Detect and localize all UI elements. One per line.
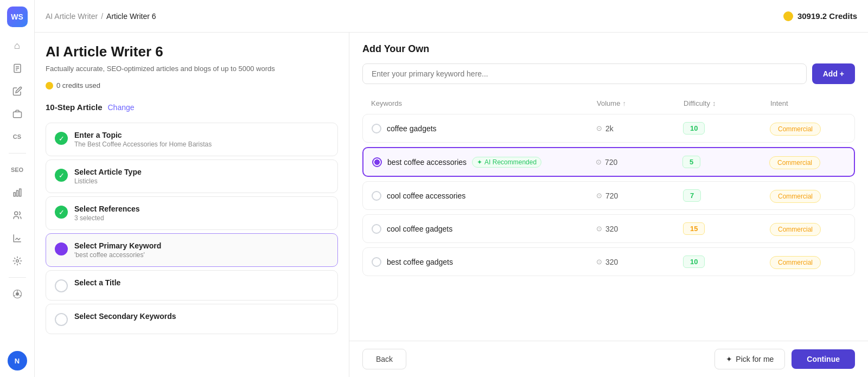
section-title: Add Your Own [362, 43, 855, 55]
keyword-row-coffee-gadgets[interactable]: coffee gadgets ⊙ 2k 10 Commercial [362, 114, 855, 143]
add-button[interactable]: Add + [812, 63, 855, 84]
step-6-content: Select Secondary Keywords [74, 312, 176, 322]
kw-name-cell-2: best coffee accessories ✦ AI Recommended [372, 157, 596, 168]
kw-intent-2: Commercial [769, 157, 845, 167]
keyword-row-cool-coffee-gadgets[interactable]: cool coffee gadgets ⊙ 320 15 Commercial [362, 214, 855, 243]
credits-used-label: 0 credits used [56, 81, 100, 90]
step-5-content: Select a Title [74, 278, 120, 288]
step-1-title: Enter a Topic [74, 131, 212, 139]
diff-badge-5: 10 [683, 255, 705, 268]
step-2-subtitle: Listicles [74, 177, 142, 185]
step-6-icon [55, 313, 68, 326]
volume-icon-2: ⊙ [596, 158, 602, 166]
volume-icon-5: ⊙ [596, 258, 602, 266]
diff-badge-2: 5 [682, 156, 700, 168]
user-avatar[interactable]: N [8, 351, 27, 370]
kw-difficulty-5: 10 [683, 255, 770, 268]
col-volume: Volume ↑ [597, 99, 684, 107]
pick-sparkle-icon: ✦ [726, 355, 732, 363]
step-3-subtitle: 3 selected [74, 214, 140, 222]
briefcase-icon[interactable] [8, 104, 27, 124]
integrations-icon[interactable] [8, 251, 27, 271]
app-logo[interactable]: WS [7, 7, 28, 27]
step-select-references[interactable]: ✓ Select References 3 selected [46, 196, 338, 230]
seo-icon[interactable]: SEO [8, 160, 27, 180]
keyword-row-cool-coffee-accessories[interactable]: cool coffee accessories ⊙ 720 7 Commerci… [362, 181, 855, 210]
svg-point-11 [16, 292, 19, 296]
users-icon[interactable] [8, 206, 27, 225]
home-icon[interactable]: ⌂ [8, 36, 27, 55]
bottom-bar: Back ✦ Pick for me Continue [349, 341, 868, 377]
ai-recommended-badge: ✦ AI Recommended [472, 157, 541, 168]
chrome-icon[interactable] [8, 284, 27, 304]
step-1-check: ✓ [55, 132, 68, 145]
intent-badge-1: Commercial [770, 123, 821, 136]
app-subtitle: Factually accurate, SEO-optimized articl… [46, 65, 338, 73]
step-article-type[interactable]: ✓ Select Article Type Listicles [46, 159, 338, 193]
continue-button[interactable]: Continue [792, 349, 855, 369]
credits-icon [783, 11, 793, 21]
step-primary-keyword[interactable]: Select Primary Keyword 'best coffee acce… [46, 233, 338, 267]
col-intent: Intent [770, 99, 846, 107]
kw-intent-3: Commercial [770, 191, 846, 201]
step-3-title: Select References [74, 205, 140, 213]
kw-volume-4: ⊙ 320 [596, 225, 683, 233]
kw-radio-2[interactable] [372, 157, 382, 167]
keyword-input[interactable] [362, 63, 807, 84]
kw-intent-1: Commercial [770, 124, 846, 133]
back-button[interactable]: Back [362, 349, 406, 369]
left-panel: AI Article Writer 6 Factually accurate, … [35, 33, 349, 377]
kw-volume-2: ⊙ 720 [596, 158, 682, 167]
col-keywords: Keywords [371, 99, 597, 107]
breadcrumb-link[interactable]: AI Article Writer [46, 12, 98, 21]
right-panel-content: Add Your Own Add + Keywords Volume ↑ Dif… [349, 33, 868, 341]
kw-radio-5[interactable] [372, 257, 381, 267]
cs-icon[interactable]: CS [8, 127, 27, 146]
keyword-row-best-coffee-gadgets[interactable]: best coffee gadgets ⊙ 320 10 Commercial [362, 247, 855, 276]
step-1-subtitle: The Best Coffee Accessories for Home Bar… [74, 140, 212, 148]
intent-badge-5: Commercial [770, 256, 821, 269]
step-6-circle [55, 313, 68, 326]
ai-sparkle-icon: ✦ [477, 158, 482, 166]
kw-name-5: best coffee gadgets [387, 258, 453, 266]
keyword-row-best-coffee-accessories[interactable]: best coffee accessories ✦ AI Recommended… [362, 147, 855, 177]
divider-1 [9, 153, 26, 154]
svg-point-8 [14, 212, 17, 215]
step-4-title: Select Primary Keyword [74, 241, 161, 250]
edit-icon[interactable] [8, 81, 27, 101]
kw-radio-3[interactable] [372, 191, 381, 201]
step-2-content: Select Article Type Listicles [74, 168, 142, 185]
step-2-title: Select Article Type [74, 168, 142, 176]
kw-radio-1[interactable] [372, 124, 381, 133]
bar-chart-icon[interactable] [8, 183, 27, 202]
main-area: AI Article Writer / Article Writer 6 309… [35, 0, 868, 377]
kw-name-cell-5: best coffee gadgets [372, 257, 596, 267]
change-link[interactable]: Change [107, 103, 134, 112]
credits-used-row: 0 credits used [46, 81, 338, 90]
svg-rect-5 [14, 193, 15, 196]
diff-badge-4: 15 [683, 222, 705, 235]
intent-badge-4: Commercial [770, 223, 821, 236]
pick-for-me-button[interactable]: ✦ Pick for me [714, 349, 785, 369]
step-enter-topic[interactable]: ✓ Enter a Topic The Best Coffee Accessor… [46, 123, 338, 156]
kw-name-cell-3: cool coffee accessories [372, 191, 596, 201]
kw-volume-5: ⊙ 320 [596, 258, 683, 266]
kw-difficulty-2: 5 [682, 156, 769, 168]
kw-volume-3: ⊙ 720 [596, 191, 683, 200]
step-5-icon [55, 279, 68, 292]
divider-2 [9, 277, 26, 278]
svg-rect-4 [13, 112, 21, 118]
kw-radio-4[interactable] [372, 224, 381, 234]
step-select-title[interactable]: Select a Title [46, 270, 338, 301]
diff-badge-3: 7 [683, 189, 701, 202]
step-3-check: ✓ [55, 206, 68, 219]
document-icon[interactable] [8, 59, 27, 78]
step-1-icon: ✓ [55, 132, 68, 145]
breadcrumb: AI Article Writer / Article Writer 6 [46, 12, 156, 21]
step-secondary-keywords[interactable]: Select Secondary Keywords [46, 304, 338, 334]
kw-name-3: cool coffee accessories [387, 191, 465, 200]
col-difficulty: Difficulty ↕ [684, 99, 770, 107]
step-6-title: Select Secondary Keywords [74, 312, 176, 321]
kw-difficulty-1: 10 [683, 122, 770, 135]
analytics-icon[interactable] [8, 228, 27, 248]
